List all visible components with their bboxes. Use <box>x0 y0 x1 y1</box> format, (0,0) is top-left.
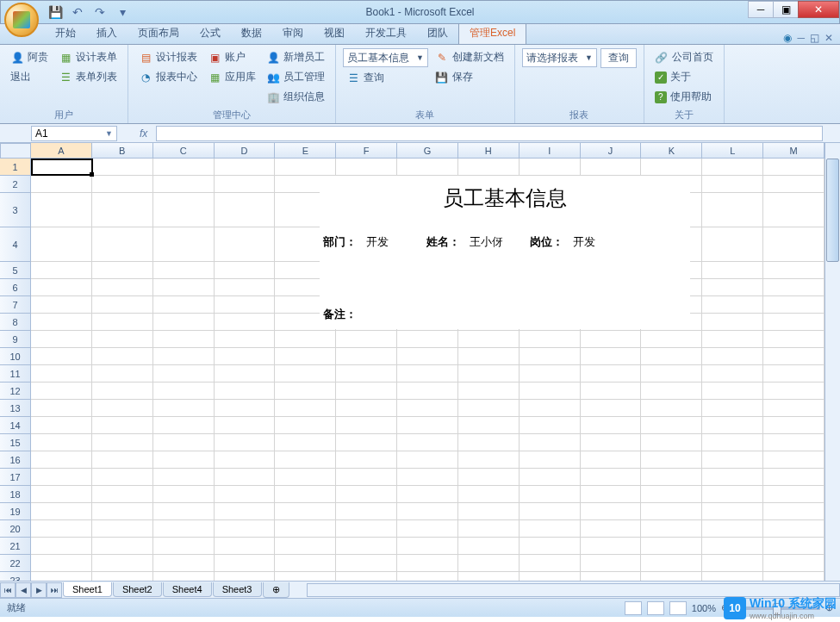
cell[interactable] <box>763 365 824 383</box>
cell[interactable] <box>153 555 215 572</box>
cell[interactable] <box>702 417 763 434</box>
help-button[interactable]: ?使用帮助 <box>651 88 717 106</box>
cell[interactable] <box>702 193 763 227</box>
cell[interactable] <box>92 176 153 193</box>
cell[interactable] <box>275 400 336 417</box>
cell[interactable] <box>336 365 397 383</box>
row-header-12[interactable]: 12 <box>0 383 31 400</box>
cell[interactable] <box>520 486 581 503</box>
cell[interactable] <box>153 486 215 503</box>
row-header-1[interactable]: 1 <box>0 159 31 176</box>
name-box[interactable]: A1▼ <box>31 126 117 141</box>
cell[interactable] <box>92 486 153 503</box>
cell[interactable] <box>581 365 642 383</box>
cell[interactable] <box>702 451 763 469</box>
restore-window-icon[interactable]: ◱ <box>810 32 819 44</box>
cell[interactable] <box>702 400 763 417</box>
sheet-nav-next[interactable]: ▶ <box>31 582 47 598</box>
cell[interactable] <box>397 365 458 383</box>
row-header-6[interactable]: 6 <box>0 279 31 296</box>
cell[interactable] <box>520 538 581 555</box>
cell[interactable] <box>458 434 520 451</box>
cell[interactable] <box>275 159 336 176</box>
cell[interactable] <box>641 400 702 417</box>
row-header-2[interactable]: 2 <box>0 176 31 193</box>
cell[interactable] <box>581 434 642 451</box>
cell[interactable] <box>702 331 763 348</box>
cell[interactable] <box>92 296 153 314</box>
cell[interactable] <box>641 159 702 176</box>
query-button[interactable]: ☰查询 <box>343 69 428 87</box>
cell[interactable] <box>520 331 581 348</box>
homepage-button[interactable]: 🔗公司首页 <box>651 48 717 66</box>
cell[interactable] <box>31 159 92 176</box>
cell[interactable] <box>92 434 153 451</box>
cell[interactable] <box>458 365 520 383</box>
form-select-combo[interactable]: 员工基本信息▼ <box>343 48 428 67</box>
tab-developer[interactable]: 开发工具 <box>355 22 417 44</box>
cell[interactable] <box>581 331 642 348</box>
cell[interactable] <box>581 417 642 434</box>
cell[interactable] <box>336 538 397 555</box>
cell[interactable] <box>31 279 92 296</box>
form-list-button[interactable]: ☰表单列表 <box>55 68 121 86</box>
cell[interactable] <box>520 503 581 520</box>
office-button[interactable] <box>4 3 39 37</box>
row-header-22[interactable]: 22 <box>0 555 31 572</box>
cell[interactable] <box>763 503 824 520</box>
cell[interactable] <box>31 262 92 279</box>
cell[interactable] <box>458 503 520 520</box>
cell[interactable] <box>702 262 763 279</box>
cell[interactable] <box>397 331 458 348</box>
cell[interactable] <box>702 503 763 520</box>
cell[interactable] <box>641 383 702 400</box>
cell[interactable] <box>336 331 397 348</box>
design-form-button[interactable]: ▦设计表单 <box>55 48 121 66</box>
cell[interactable] <box>31 417 92 434</box>
cell[interactable] <box>92 159 153 176</box>
cell[interactable] <box>275 417 336 434</box>
row-header-14[interactable]: 14 <box>0 417 31 434</box>
cell[interactable] <box>275 503 336 520</box>
cell[interactable] <box>397 572 458 581</box>
cell[interactable] <box>763 159 824 176</box>
sheet-tab-new[interactable]: ⊕ <box>263 582 289 598</box>
cell[interactable] <box>31 400 92 417</box>
sheet-tab-3[interactable]: Sheet3 <box>213 582 262 597</box>
view-break-button[interactable] <box>669 601 687 615</box>
cell[interactable] <box>275 469 336 486</box>
cell[interactable] <box>763 486 824 503</box>
tab-formulas[interactable]: 公式 <box>190 22 231 44</box>
cell[interactable] <box>702 383 763 400</box>
cell[interactable] <box>153 434 215 451</box>
cell[interactable] <box>215 417 276 434</box>
cell[interactable] <box>763 262 824 279</box>
sheet-nav-prev[interactable]: ◀ <box>16 582 31 598</box>
cell[interactable] <box>31 451 92 469</box>
cell[interactable] <box>153 365 215 383</box>
cell[interactable] <box>458 159 520 176</box>
column-header-B[interactable]: B <box>92 143 153 159</box>
cell[interactable] <box>763 400 824 417</box>
cell[interactable] <box>275 555 336 572</box>
cell[interactable] <box>92 193 153 227</box>
cell[interactable] <box>215 400 276 417</box>
cell[interactable] <box>397 417 458 434</box>
cell[interactable] <box>275 451 336 469</box>
cell[interactable] <box>92 365 153 383</box>
cell[interactable] <box>31 555 92 572</box>
tab-review[interactable]: 审阅 <box>272 22 314 44</box>
cell[interactable] <box>581 503 642 520</box>
cell[interactable] <box>92 503 153 520</box>
tab-manage-excel[interactable]: 管理Excel <box>458 22 526 44</box>
cell[interactable] <box>397 555 458 572</box>
cell[interactable] <box>153 348 215 365</box>
cell[interactable] <box>31 331 92 348</box>
cell[interactable] <box>153 314 215 331</box>
cell[interactable] <box>92 400 153 417</box>
cell[interactable] <box>458 417 520 434</box>
cell[interactable] <box>215 434 276 451</box>
cell[interactable] <box>581 383 642 400</box>
cell[interactable] <box>458 538 520 555</box>
cell[interactable] <box>336 159 397 176</box>
